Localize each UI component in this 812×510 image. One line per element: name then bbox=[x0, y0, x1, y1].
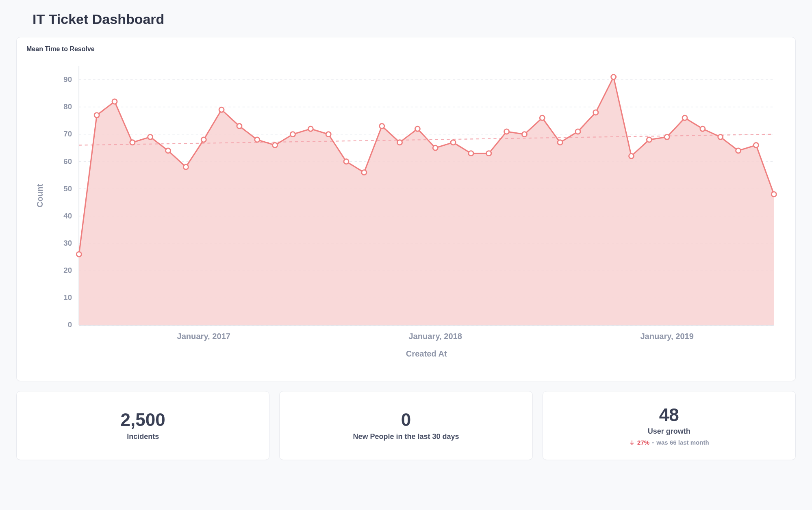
data-point[interactable] bbox=[290, 132, 295, 137]
svg-text:40: 40 bbox=[63, 212, 72, 220]
data-point[interactable] bbox=[647, 137, 651, 142]
svg-text:10: 10 bbox=[63, 293, 72, 302]
data-point[interactable] bbox=[771, 192, 776, 197]
svg-text:50: 50 bbox=[63, 184, 72, 193]
data-point[interactable] bbox=[504, 129, 509, 134]
data-point[interactable] bbox=[718, 134, 723, 139]
page-title: IT Ticket Dashboard bbox=[33, 11, 796, 27]
stat-change-pct: 27% bbox=[637, 439, 649, 446]
data-point[interactable] bbox=[130, 140, 135, 145]
data-point[interactable] bbox=[700, 126, 705, 131]
data-point[interactable] bbox=[201, 137, 206, 142]
stat-sub-user-growth: 27% • was 66 last month bbox=[629, 439, 709, 446]
data-point[interactable] bbox=[522, 132, 527, 137]
data-point[interactable] bbox=[415, 126, 420, 131]
data-point[interactable] bbox=[736, 148, 741, 153]
data-point[interactable] bbox=[558, 140, 562, 145]
data-point[interactable] bbox=[682, 115, 687, 120]
svg-text:January, 2017: January, 2017 bbox=[177, 332, 230, 341]
data-point[interactable] bbox=[469, 151, 473, 156]
data-point[interactable] bbox=[593, 110, 598, 115]
data-point[interactable] bbox=[362, 170, 367, 175]
data-point[interactable] bbox=[486, 151, 491, 156]
data-point[interactable] bbox=[255, 137, 260, 142]
data-point[interactable] bbox=[540, 115, 545, 120]
svg-text:70: 70 bbox=[63, 130, 72, 138]
data-point[interactable] bbox=[433, 145, 438, 150]
y-axis-label: Count bbox=[35, 184, 44, 207]
svg-text:January, 2018: January, 2018 bbox=[408, 332, 462, 341]
svg-text:60: 60 bbox=[63, 157, 72, 166]
stat-value-incidents: 2,500 bbox=[121, 410, 165, 430]
data-point[interactable] bbox=[112, 99, 117, 104]
svg-text:30: 30 bbox=[63, 239, 72, 247]
data-point[interactable] bbox=[575, 129, 580, 134]
x-axis-label: Created At bbox=[406, 349, 447, 358]
data-point[interactable] bbox=[273, 143, 278, 147]
stat-label-user-growth: User growth bbox=[648, 427, 690, 436]
svg-text:80: 80 bbox=[63, 102, 72, 111]
stat-card-incidents: 2,500 Incidents bbox=[16, 391, 269, 460]
area-chart[interactable]: 0102030405060708090 January, 2017January… bbox=[26, 54, 786, 370]
data-point[interactable] bbox=[664, 134, 669, 139]
chart-title: Mean Time to Resolve bbox=[26, 45, 786, 53]
data-point[interactable] bbox=[344, 159, 349, 164]
arrow-down-icon bbox=[629, 440, 635, 445]
data-point[interactable] bbox=[219, 107, 224, 112]
svg-text:20: 20 bbox=[63, 266, 72, 274]
data-point[interactable] bbox=[183, 164, 188, 169]
data-point[interactable] bbox=[148, 134, 153, 139]
svg-text:January, 2019: January, 2019 bbox=[640, 332, 694, 341]
stat-value-user-growth: 48 bbox=[659, 405, 679, 425]
data-point[interactable] bbox=[308, 126, 313, 131]
data-point[interactable] bbox=[326, 132, 331, 137]
data-point[interactable] bbox=[611, 75, 616, 80]
dot-separator-icon: • bbox=[652, 439, 654, 446]
svg-text:0: 0 bbox=[68, 320, 72, 329]
data-point[interactable] bbox=[629, 153, 634, 158]
stat-card-user-growth: 48 User growth 27% • was 66 last month bbox=[543, 391, 796, 460]
chart-card-mean-time-to-resolve: Mean Time to Resolve 0102030405060708090… bbox=[16, 37, 796, 381]
data-point[interactable] bbox=[94, 113, 99, 118]
data-point[interactable] bbox=[753, 143, 758, 147]
stat-card-new-people: 0 New People in the last 30 days bbox=[279, 391, 532, 460]
stat-label-new-people: New People in the last 30 days bbox=[353, 432, 459, 441]
svg-text:90: 90 bbox=[63, 75, 72, 84]
stat-label-incidents: Incidents bbox=[127, 432, 159, 441]
data-point[interactable] bbox=[380, 123, 384, 128]
stat-value-new-people: 0 bbox=[401, 410, 411, 430]
data-point[interactable] bbox=[397, 140, 402, 145]
data-point[interactable] bbox=[76, 252, 81, 257]
stat-was-text: was 66 last month bbox=[656, 439, 709, 446]
data-point[interactable] bbox=[237, 123, 242, 128]
data-point[interactable] bbox=[166, 148, 171, 153]
data-point[interactable] bbox=[451, 140, 456, 145]
